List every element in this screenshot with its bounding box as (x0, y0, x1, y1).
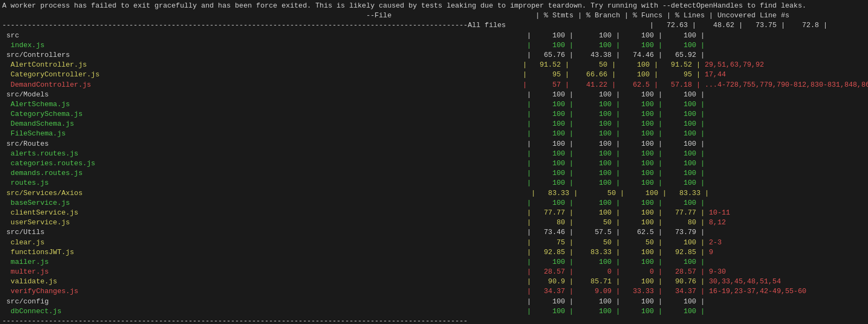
client-service-row: clientService.js | 77.77 | 100 | 100 | 7… (2, 208, 866, 218)
alerts-routes-row: alerts.routes.js | 100 | 100 | 100 | 100… (2, 149, 866, 159)
src-controllers-row: src/Controllers | 65.76 | 43.38 | 74.46 … (2, 50, 866, 60)
src-services-axios-row: src/Services/Axios | 83.33 | 50 | 100 | … (2, 189, 866, 198)
demands-routes-row: demands.routes.js | 100 | 100 | 100 | 10… (2, 169, 866, 178)
src-utils-row: src/Utils | 73.46 | 57.5 | 62.5 | 73.79 … (2, 228, 866, 237)
coverage-header: --File | % Stmts | % Branch | % Funcs | … (2, 11, 866, 21)
index-js-row: index.js | 100 | 100 | 100 | 100 | (2, 41, 866, 50)
db-connect-row: dbConnect.js | 100 | 100 | 100 | 100 | (2, 307, 866, 316)
all-files-row: ----------------------------------------… (2, 21, 866, 30)
warning-line: A worker process has failed to exit grac… (2, 1, 866, 11)
verify-changes-row: verifyChanges.js | 34.37 | 9.09 | 33.33 … (2, 287, 866, 296)
terminal-output: A worker process has failed to exit grac… (0, 0, 868, 324)
category-schema-row: CategorySchema.js | 100 | 100 | 100 | 10… (2, 109, 866, 119)
clear-js-row: clear.js | 75 | 50 | 50 | 100 | 2-3 (2, 238, 866, 248)
src-routes-row: src/Routes | 100 | 100 | 100 | 100 | (2, 139, 866, 149)
routes-js-row: routes.js | 100 | 100 | 100 | 100 | (2, 178, 866, 188)
src-models-row: src/Models | 100 | 100 | 100 | 100 | (2, 90, 866, 100)
functions-jwt-row: functionsJWT.js | 92.85 | 83.33 | 100 | … (2, 248, 866, 257)
demand-controller-row: DemandController.js | 57 | 41.22 | 62.5 … (2, 80, 866, 90)
mailer-js-row: mailer.js | 100 | 100 | 100 | 100 | (2, 257, 866, 267)
alert-controller-row: AlertController.js | 91.52 | 50 | 100 | … (2, 60, 866, 70)
src-config-row: src/config | 100 | 100 | 100 | 100 | (2, 297, 866, 307)
multer-js-row: multer.js | 28.57 | 0 | 0 | 28.57 | 9-30 (2, 267, 866, 277)
file-schema-row: FileSchema.js | 100 | 100 | 100 | 100 | (2, 129, 866, 139)
alert-schema-row: AlertSchema.js | 100 | 100 | 100 | 100 | (2, 100, 866, 109)
demand-schema-row: DemandSchema.js | 100 | 100 | 100 | 100 … (2, 119, 866, 129)
user-service-row: userService.js | 80 | 50 | 100 | 80 | 8,… (2, 218, 866, 228)
src-row: src | 100 | 100 | 100 | 100 | (2, 31, 866, 41)
base-service-row: baseService.js | 100 | 100 | 100 | 100 | (2, 198, 866, 208)
separator-line: ----------------------------------------… (2, 316, 866, 324)
categories-routes-row: categories.routes.js | 100 | 100 | 100 |… (2, 159, 866, 169)
validate-js-row: validate.js | 90.9 | 85.71 | 100 | 90.76… (2, 277, 866, 287)
category-controller-row: CategoryController.js | 95 | 66.66 | 100… (2, 70, 866, 80)
